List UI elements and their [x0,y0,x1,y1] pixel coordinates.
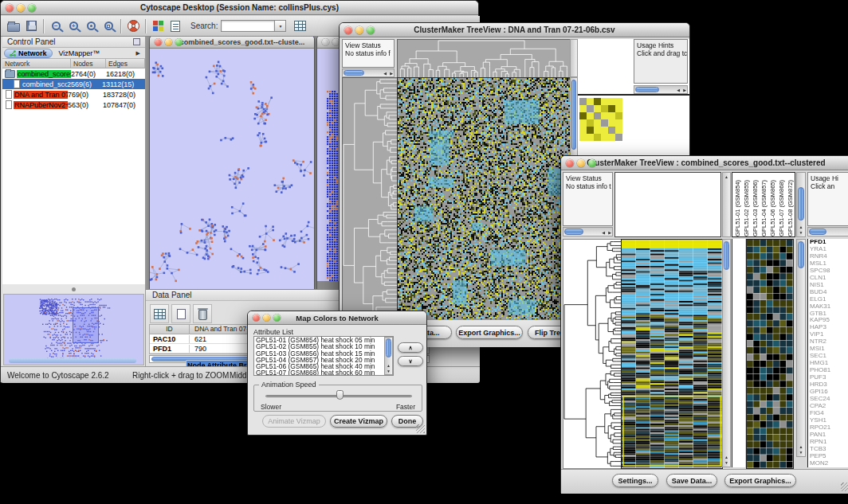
float-panel-icon[interactable] [133,38,140,45]
open-session-button[interactable] [5,18,22,35]
birdseye-viewport-rect[interactable] [73,307,99,343]
tab-vizmapper[interactable]: VizMapper™ [54,49,105,58]
zoom-in-button[interactable]: + [65,18,82,35]
scroll-up-icon[interactable]: ▲ [797,444,805,449]
save-session-button[interactable] [22,18,40,35]
column-nodes[interactable]: Nodes [71,59,106,68]
hints-hscroll-thumb[interactable] [809,229,826,235]
network-canvas[interactable] [150,49,314,289]
labels-vscroll-thumb[interactable] [798,187,804,221]
speed-slider-thumb[interactable] [336,390,344,400]
close-button[interactable] [322,38,329,45]
scroll-left-icon[interactable]: ◀ [677,86,680,94]
close-button[interactable] [155,38,162,45]
search-input[interactable] [221,20,275,32]
scroll-right-icon[interactable]: ▶ [390,69,393,77]
close-button[interactable] [253,315,260,322]
delete-attribute-button[interactable] [193,304,212,323]
status-hscroll-thumb[interactable] [564,229,583,235]
main-titlebar[interactable]: Cytoscape Desktop (Session Name: collins… [1,1,478,15]
gene-vscroll-thumb[interactable] [798,241,804,268]
move-down-button[interactable]: ∨ [398,356,423,366]
gene-vscroll[interactable]: ▲ ▼ [796,239,806,457]
scroll-up-icon[interactable]: ▲ [723,455,730,459]
row-dendrogram-canvas[interactable] [342,77,398,321]
network-table-row[interactable]: combined_sco 2569(6) 13112(15) [2,79,145,89]
zoom-window-button[interactable] [588,159,596,167]
treeview-button[interactable]: Settings... [612,474,658,487]
new-attribute-button[interactable] [171,304,190,323]
column-edges[interactable]: Edges [106,59,145,68]
network-view-titlebar[interactable]: combined_scores_good.txt--cluste... [150,37,314,49]
treeview-button[interactable]: Save Data... [666,474,717,487]
column-network[interactable]: Network [2,59,71,68]
scroll-right-icon[interactable]: ▶ [608,229,611,236]
zoom-window-button[interactable] [175,38,183,45]
heatmap-vscroll-thumb[interactable] [571,80,576,150]
search-dropdown-button[interactable]: ▼ [275,20,286,32]
treeview-button[interactable]: Export Graphics... [724,474,796,487]
column-label[interactable]: GPL51-02 (GSM855) [742,180,751,236]
tabs-more-button[interactable]: ▶ [136,50,143,57]
dialog-titlebar[interactable]: Map Colors to Network [248,311,426,325]
attribute-list[interactable]: GPL51-01 (GSM854) heat shock 05 minGPL51… [253,336,394,376]
dialog-button[interactable]: Create Vizmap [330,415,387,428]
zoom-selected-button[interactable] [82,18,100,35]
attribute-browser-button[interactable] [291,18,308,35]
minimize-button[interactable] [355,26,363,34]
scroll-up-icon[interactable]: ▲ [385,363,392,368]
zoom-window-button[interactable] [367,26,375,34]
status-hscroll-thumb[interactable] [344,70,364,76]
attribute-item[interactable]: GPL51-07 (GSM868) heat shock 60 min [254,369,393,376]
column-label[interactable]: GPL51-06 (GSM865) [768,180,777,236]
hints-hscroll-thumb[interactable] [635,87,659,92]
close-button[interactable] [6,4,14,12]
help-button[interactable] [124,18,142,35]
column-label[interactable]: GPL51-07 (GSM868) [777,180,786,236]
scroll-down-icon[interactable]: ▼ [797,450,805,455]
heatmap-canvas[interactable] [397,77,571,321]
column-label[interactable]: GPL51-03 (GSM856) [751,180,760,236]
column-dendrogram-area[interactable] [614,172,721,237]
birdseye-hscroll[interactable] [9,358,136,363]
heatmap-vscroll-thumb[interactable] [724,241,729,270]
status-hscroll[interactable]: ◀ ▶ [563,227,613,236]
treeview1-titlebar[interactable]: ClusterMaker TreeView : DNA and Tran 07-… [340,23,689,37]
close-button[interactable] [344,26,352,34]
annotation-button[interactable] [167,18,184,35]
heatmap-canvas[interactable] [621,239,723,469]
network-table-row[interactable]: DNA and Tran 07 769(0) 183728(0) [2,89,145,100]
zoom-heatmap-canvas[interactable] [746,239,794,469]
heatmap-vscroll[interactable]: ▲ ▼ [722,239,731,467]
minimize-button[interactable] [17,4,25,12]
column-label[interactable]: GPL51-08 (GSM872) [786,180,795,236]
scroll-right-icon[interactable]: ▶ [683,86,686,94]
panel-divider[interactable] [2,284,145,294]
resize-grip-icon[interactable] [841,483,848,491]
network-table-row[interactable]: combined_scores 2764(0) 16218(0) [2,68,145,79]
dialog-button[interactable]: Animate Vizmap [262,415,326,428]
network-view-window[interactable]: combined_scores_good.txt--cluste... [149,37,315,289]
minimize-button[interactable] [577,159,585,167]
birdseye-view[interactable] [3,294,144,365]
tab-network[interactable]: Network [4,49,53,58]
column-id[interactable]: ID [150,325,190,334]
scroll-down-icon[interactable]: ▼ [385,369,392,373]
minimize-button[interactable] [263,315,270,322]
scroll-down-icon[interactable]: ▼ [723,460,730,465]
scroll-down-icon[interactable]: ▼ [797,230,805,235]
zoom-fit-button[interactable] [100,18,117,35]
treeview2-titlebar[interactable]: ClusterMaker TreeView : combined_scores_… [561,156,848,170]
zoom-out-button[interactable]: − [47,18,65,35]
column-label[interactable]: GPL51-04 (GSM857) [760,180,768,236]
row-dendrogram-canvas[interactable] [563,239,622,469]
zoom-window-button[interactable] [273,315,281,322]
status-hscroll[interactable]: ◀ ▶ [342,68,395,77]
hints-hscroll[interactable]: ◀ ▶ [634,85,688,94]
column-label[interactable]: GPL51-01 (GSM854) [733,180,742,236]
zoom-window-button[interactable] [28,4,36,12]
treeview-button[interactable]: Export Graphics... [456,326,523,339]
resize-grip-icon[interactable] [416,424,425,433]
close-button[interactable] [566,159,574,167]
minimize-button[interactable] [165,38,172,45]
